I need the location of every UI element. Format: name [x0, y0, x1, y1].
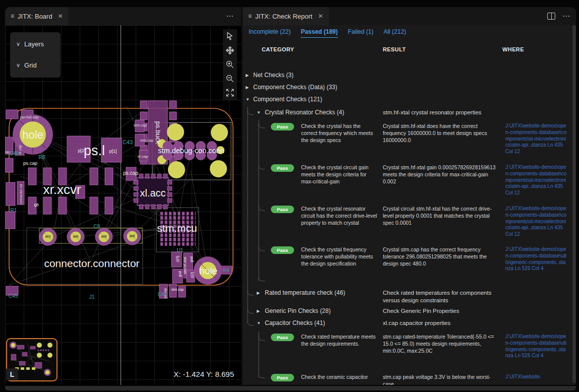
chevron-down-icon[interactable]: ▼: [257, 321, 261, 325]
board-label-xl-acc: xl.acc: [140, 188, 165, 198]
chevron-right-icon[interactable]: ▶: [257, 309, 260, 313]
check-row[interactable]: Pass Check the crystal has the correct f…: [243, 123, 564, 164]
chevron-right-icon[interactable]: ▶: [246, 73, 249, 78]
check-category: Check the crystal frequency tolerance wi…: [301, 246, 378, 268]
where-link[interactable]: J:\JITX\website-demos\open-components-da…: [505, 164, 567, 197]
status-badge: Pass: [271, 374, 294, 381]
board-label-ps-buck: ps.buck: [155, 121, 161, 144]
board-label-ps-l: ps.l: [84, 144, 105, 158]
check-row[interactable]: Pass Check the ceramic capacitor stm.cap…: [243, 374, 564, 385]
zoom-fit-icon[interactable]: [224, 87, 236, 98]
where-link[interactable]: J:\JITX\website-demos\open-components-da…: [505, 206, 567, 238]
close-icon[interactable]: ✕: [58, 13, 63, 20]
grid-label: Grid: [24, 61, 37, 69]
board-label-stm-cap-edge: stm.cap: [5, 150, 10, 154]
filter-failed[interactable]: Failed (1): [348, 28, 374, 38]
report-panel: ≡ JITX: Check Report ✕ ⋯ Incomplete (22)…: [241, 7, 576, 385]
webview-icon: ≡: [11, 13, 14, 20]
report-tabbar: ≡ JITX: Check Report ✕ ⋯: [243, 7, 576, 25]
chevron-right-icon[interactable]: ▶: [246, 85, 249, 90]
minimap-corner-badge[interactable]: L: [6, 368, 18, 380]
group-result: stm.hf-xtal crystal resonator properties: [383, 109, 504, 116]
board-label-connector: connector.connector: [44, 258, 139, 269]
check-result: stm.cap peak voltage 3.3V is below the w…: [383, 374, 500, 385]
group-result: xl.cap capacitor properties: [383, 319, 504, 327]
more-actions-icon[interactable]: ⋯: [562, 12, 570, 21]
close-icon[interactable]: ✕: [318, 13, 323, 20]
status-badge: Pass: [271, 334, 294, 341]
split-editor-icon[interactable]: [547, 13, 555, 20]
filter-incomplete[interactable]: Incomplete (22): [249, 28, 291, 38]
board-label-ps-cap-1: ps.cap: [23, 161, 37, 166]
where-link[interactable]: J:\JITX\website-demos\open-components-da…: [505, 123, 567, 155]
board-label-xl-cap-left: xl.cap: [18, 145, 22, 155]
where-link[interactable]: J:\JITX\website-: [505, 374, 564, 380]
layers-label: Layers: [24, 40, 44, 48]
group-result: Check rated temperatures for components …: [383, 289, 504, 304]
board-label-pad-p1: p[1]: [45, 235, 50, 238]
filter-passed[interactable]: Passed (189): [301, 28, 337, 38]
where-link[interactable]: J:\JITX\website-demos\open-components-da…: [505, 334, 567, 359]
editor-area: ≡ JITX: Board ✕ ⋯: [5, 7, 576, 385]
check-category: Check the ceramic capacitor: [301, 374, 378, 381]
ref-c45: C45: [9, 294, 18, 299]
zoom-out-icon[interactable]: [224, 73, 236, 84]
zoom-in-icon[interactable]: [224, 59, 236, 70]
filter-all[interactable]: All (212): [383, 28, 406, 38]
check-row[interactable]: Pass Check the crystal frequency toleran…: [243, 246, 564, 288]
chevron-down-icon[interactable]: ▼: [257, 110, 261, 115]
layers-toggle[interactable]: ∨ Layers: [16, 40, 44, 48]
board-label-debug-con: stm.debug-con.conn: [158, 147, 224, 155]
check-category: Check rated temperature meets the design…: [301, 334, 378, 348]
grid-toggle[interactable]: ∨ Grid: [16, 61, 37, 69]
window-bottom-edge: [5, 386, 576, 390]
tree-label: Net Checks (3): [253, 72, 294, 79]
board-label-gnd-1: gnd: [190, 256, 193, 263]
check-category: Check the crystal circuit gain meets the…: [301, 164, 378, 185]
report-tab-actions: ⋯: [547, 7, 576, 25]
check-result: Crystal stm.hf-xtal does have the correc…: [383, 123, 500, 144]
board-panel: ≡ JITX: Board ✕ ⋯: [5, 7, 241, 385]
board-canvas[interactable]: hole psr-hul.cap stm.cap xl.cap ps.buck …: [5, 25, 241, 385]
report-body: Incomplete (22) Passed (189) Failed (1) …: [243, 25, 576, 385]
scrollbar[interactable]: [572, 25, 576, 383]
connector-pads: [39, 228, 141, 245]
ref-c47: C47: [158, 292, 167, 297]
board-label-stm-cap-1: stm.cap: [134, 123, 147, 127]
tree-label: Component Checks (121): [253, 96, 322, 103]
chevron-down-icon: ∨: [16, 62, 20, 69]
board-label-stm-mcu: stm.mcu: [157, 223, 197, 233]
where-link[interactable]: J:\JITX\website-demos\open-components-da…: [505, 246, 567, 272]
board-label-psr-cap: psr-hul.cap: [20, 115, 38, 119]
tab-jitx-check-report[interactable]: ≡ JITX: Check Report ✕: [243, 7, 329, 25]
check-row[interactable]: Pass Check rated temperature meets the d…: [243, 334, 564, 374]
board-label-pad-p4: p[4]: [130, 235, 135, 238]
corner-l-icon: L: [10, 370, 15, 378]
check-result: Crystal stm.cap has the correct frequenc…: [383, 246, 500, 268]
status-badge: Pass: [271, 123, 294, 130]
check-row[interactable]: Pass Check the crystal resonator circuit…: [243, 206, 564, 247]
check-result: Crystal circuit stm.hf-xtal has the corr…: [383, 206, 500, 227]
app-window: ≡ JITX: Board ✕ ⋯: [0, 0, 579, 392]
check-row[interactable]: Pass Check the crystal circuit gain meet…: [243, 164, 564, 206]
board-label-stm-hf-xtal: stm.hf-xtal: [183, 257, 187, 275]
board-label-pad-p2: p[2]: [73, 235, 78, 238]
more-actions-icon[interactable]: ⋯: [226, 12, 234, 21]
chevron-right-icon[interactable]: ▶: [257, 291, 260, 295]
check-category: Check the crystal resonator circuit has …: [301, 206, 378, 227]
board-label-pin-p4: p[4]: [176, 256, 179, 262]
tree-label: Component Checks (Data) (33): [253, 84, 337, 91]
board-label-pin-p2: p[2]: [190, 272, 194, 278]
board-label-stm-cap-b: stm.cap: [171, 288, 184, 291]
status-badge: Pass: [271, 246, 294, 254]
tab-jitx-board[interactable]: ≡ JITX: Board ✕: [5, 7, 69, 25]
check-result: Crystal stm.hf-xtal gain 0.0002578269281…: [383, 164, 500, 185]
ref-c8: C8: [94, 224, 100, 229]
cursor-tool-icon[interactable]: [224, 31, 236, 42]
chevron-down-icon[interactable]: ▼: [246, 97, 250, 102]
tree-label: Capacitor Checks (41): [265, 319, 325, 326]
tree-label: Generic Pin Checks (28): [265, 307, 331, 314]
board-label-gnd-2: gnd: [178, 271, 182, 277]
pan-tool-icon[interactable]: [224, 45, 236, 56]
check-category: Check the crystal has the correct freque…: [301, 123, 378, 144]
